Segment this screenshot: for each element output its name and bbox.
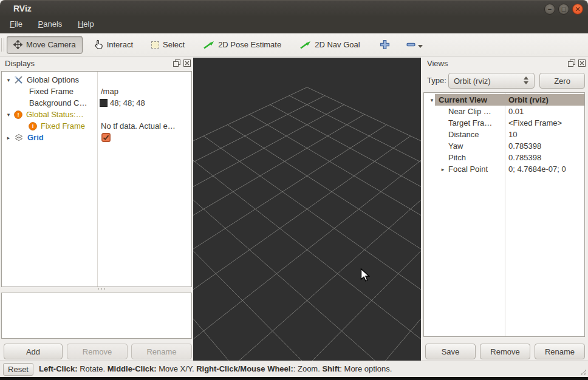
- zero-button[interactable]: Zero: [539, 73, 585, 89]
- displays-header: Displays: [0, 58, 193, 71]
- tree-row-distance[interactable]: Distance 10: [424, 129, 584, 140]
- window-bottom-border: [0, 377, 588, 380]
- move-icon: [13, 40, 22, 49]
- tree-row-current-view[interactable]: ▾ Current View Orbit (rviz): [424, 94, 584, 106]
- tree-row-fixed-frame[interactable]: Fixed Frame /map: [2, 86, 191, 97]
- close-panel-icon[interactable]: [183, 59, 191, 69]
- views-title: Views: [427, 59, 448, 68]
- resize-grip[interactable]: [580, 369, 586, 375]
- remove-view-button[interactable]: Remove: [480, 344, 530, 359]
- view-type-dropdown[interactable]: Orbit (rviz): [448, 73, 535, 89]
- tree-row-grid[interactable]: ▸ Grid: [2, 132, 191, 143]
- statusbar: Reset Left-Click: Rotate. Middle-Click: …: [0, 361, 588, 377]
- close-button[interactable]: ✕: [572, 4, 583, 15]
- expander-open-icon[interactable]: ▾: [5, 77, 12, 83]
- panel-splitter[interactable]: [97, 288, 106, 291]
- tree-row-pitch[interactable]: Pitch 0.785398: [424, 152, 584, 163]
- views-tree: ▾ Current View Orbit (rviz) Near Clip … …: [423, 92, 585, 337]
- expander-closed-icon[interactable]: ▸: [440, 166, 446, 172]
- warning-icon: !: [29, 122, 37, 131]
- row-value[interactable]: 0.01: [508, 107, 524, 116]
- tool-label: Move Camera: [26, 40, 76, 49]
- grid-display-icon: [14, 133, 24, 142]
- tree-row-status-fixed-frame[interactable]: ! Fixed Frame No tf data. Actual e…: [2, 120, 191, 132]
- row-value[interactable]: <Fixed Frame>: [508, 118, 562, 127]
- tool-interact[interactable]: Interact: [89, 36, 139, 54]
- row-label: Distance: [448, 130, 479, 139]
- green-arrow-icon: [203, 41, 214, 49]
- expander-open-icon[interactable]: ▾: [429, 97, 435, 103]
- displays-panel: Displays ▾ Global Optio: [0, 58, 193, 361]
- menu-file[interactable]: File: [3, 17, 29, 33]
- color-swatch: [100, 99, 108, 107]
- menu-panels[interactable]: Panels: [32, 17, 69, 33]
- row-value[interactable]: 0.785398: [508, 153, 541, 162]
- row-label: Grid: [27, 133, 44, 142]
- tree-row-focal-point[interactable]: ▸ Focal Point 0; 4.7684e-07; 0: [424, 163, 584, 175]
- render-canvas[interactable]: [193, 58, 421, 361]
- tree-row-background-color[interactable]: Background C… 48; 48; 48: [2, 97, 191, 109]
- views-header: Views: [422, 58, 588, 71]
- render-viewport[interactable]: [193, 58, 421, 361]
- row-value[interactable]: 10: [508, 130, 517, 139]
- tree-row-near-clip[interactable]: Near Clip … 0.01: [424, 106, 584, 117]
- add-tool-button[interactable]: [380, 39, 390, 50]
- tool-label: 2D Nav Goal: [315, 40, 360, 49]
- row-value[interactable]: /map: [101, 87, 118, 96]
- titlebar: RViz − □ ✕: [0, 0, 588, 17]
- close-panel-icon[interactable]: [578, 59, 586, 69]
- displays-title: Displays: [5, 59, 35, 68]
- row-label: Target Fra…: [448, 118, 492, 127]
- tree-row-target-frame[interactable]: Target Fra… <Fixed Frame>: [424, 117, 584, 129]
- views-panel: Views Type: Orbit (rviz) Zero: [422, 58, 588, 361]
- display-description-box: [1, 293, 192, 339]
- row-label: Fixed Frame: [41, 121, 85, 131]
- add-display-button[interactable]: Add: [4, 344, 63, 359]
- menu-help[interactable]: Help: [71, 17, 101, 33]
- float-panel-icon[interactable]: [173, 59, 180, 69]
- remove-tool-button[interactable]: [406, 39, 423, 50]
- reset-button[interactable]: Reset: [3, 363, 33, 376]
- tree-row-yaw[interactable]: Yaw 0.785398: [424, 140, 584, 152]
- tool-select[interactable]: Select: [145, 36, 191, 54]
- float-panel-icon[interactable]: [568, 59, 575, 69]
- row-label: Fixed Frame: [29, 87, 74, 96]
- row-label: Global Status:…: [26, 110, 84, 119]
- row-value[interactable]: 0; 4.7684e-07; 0: [508, 165, 566, 174]
- rename-view-button[interactable]: Rename: [535, 344, 585, 359]
- toolbar: Move Camera Interact Select 2D Pose Esti…: [0, 33, 588, 56]
- green-arrow-icon: [299, 41, 311, 49]
- hand-icon: [95, 39, 103, 50]
- tree-row-global-options[interactable]: ▾ Global Options: [2, 74, 191, 86]
- expander-open-icon[interactable]: ▾: [5, 112, 12, 118]
- tool-options-caret-icon[interactable]: [418, 45, 423, 48]
- expander-closed-icon[interactable]: ▸: [5, 135, 12, 141]
- window-controls: − □ ✕: [544, 4, 583, 15]
- save-view-button[interactable]: Save: [425, 344, 476, 359]
- row-value: Orbit (rviz): [508, 95, 549, 104]
- tool-2d-pose-estimate[interactable]: 2D Pose Estimate: [197, 36, 287, 54]
- maximize-button[interactable]: □: [558, 4, 569, 15]
- minimize-button[interactable]: −: [544, 4, 555, 15]
- spinner-arrows-icon: [524, 76, 528, 84]
- row-value: 48; 48; 48: [110, 98, 145, 107]
- row-value[interactable]: 0.785398: [508, 141, 541, 151]
- row-label: Background C…: [29, 98, 87, 107]
- rename-display-button[interactable]: Rename: [131, 344, 192, 359]
- row-value[interactable]: No tf data. Actual e…: [101, 121, 176, 131]
- toolbar-drag-handle[interactable]: [1, 38, 4, 52]
- remove-display-button[interactable]: Remove: [67, 344, 128, 359]
- row-label: Global Options: [27, 75, 79, 84]
- tools-icon: [14, 75, 23, 84]
- tool-2d-nav-goal[interactable]: 2D Nav Goal: [293, 36, 366, 54]
- row-label: Focal Point: [448, 165, 488, 174]
- mouse-cursor: [360, 268, 371, 283]
- row-label: Pitch: [448, 153, 466, 162]
- row-label: Current View: [439, 95, 487, 104]
- row-label: Near Clip …: [448, 107, 491, 116]
- tree-row-global-status[interactable]: ▾ ! Global Status:…: [2, 109, 191, 120]
- tool-move-camera[interactable]: Move Camera: [7, 36, 83, 54]
- type-label: Type:: [427, 76, 446, 85]
- checkbox-checked-icon: [101, 133, 111, 142]
- row-label: Yaw: [448, 141, 463, 151]
